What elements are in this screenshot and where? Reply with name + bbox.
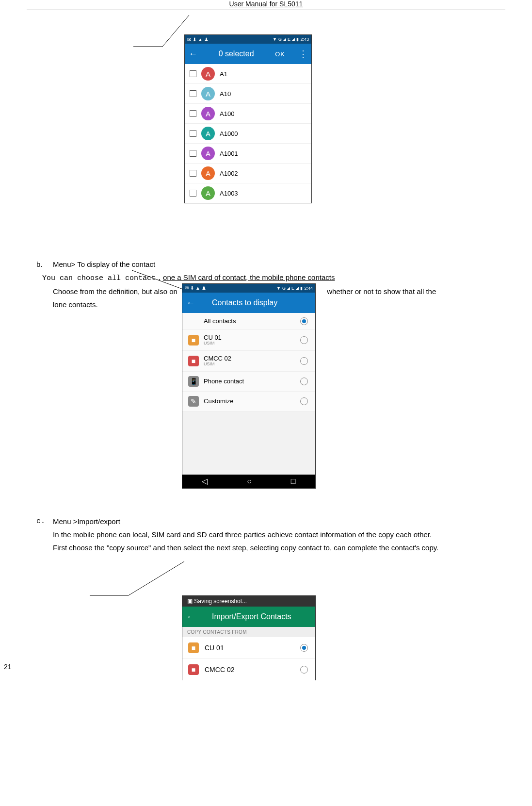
status-time: 2:44 <box>304 284 313 292</box>
contact-name: A1000 <box>220 130 238 137</box>
wifi-icon: ▼ <box>276 284 281 292</box>
contact-name: A10 <box>220 90 231 98</box>
radio-button[interactable] <box>300 378 308 385</box>
contact-avatar: A <box>201 166 215 180</box>
screenshot-icon: ▣ <box>187 598 194 605</box>
display-option-row[interactable]: ■CU 01USIM <box>182 330 315 351</box>
radio-button[interactable] <box>300 357 308 365</box>
battery-icon: ▮ <box>296 37 299 42</box>
warning-icon: ▲ <box>198 37 203 42</box>
contact-name: A1003 <box>220 190 238 197</box>
person-icon: ♟ <box>204 37 209 42</box>
contact-avatar: A <box>201 186 215 200</box>
contact-avatar: A <box>201 87 215 100</box>
source-icon: ■ <box>188 335 199 345</box>
contact-avatar: A <box>201 147 215 160</box>
copy-source-row[interactable]: ■CMCC 02 <box>182 659 315 680</box>
radio-button[interactable] <box>300 644 308 652</box>
back-icon[interactable]: ← <box>186 295 195 311</box>
top-bar: ← 0 selected OK ⋮ <box>185 44 311 64</box>
option-label: CU 01 <box>204 334 300 341</box>
contact-row[interactable]: AA1003 <box>185 183 311 203</box>
section-b: b. Menu> To display of the contact You c… <box>27 258 505 311</box>
download-icon: ⬇ <box>190 284 194 293</box>
radio-button[interactable] <box>300 317 308 325</box>
wifi-icon: ▼ <box>273 37 277 42</box>
top-bar-3: ← Import/Export Contacts <box>182 607 315 627</box>
contact-row[interactable]: AA1 <box>185 64 311 84</box>
checkbox[interactable] <box>190 130 196 137</box>
contact-row[interactable]: AA1001 <box>185 144 311 164</box>
contact-row[interactable]: AA1002 <box>185 164 311 183</box>
figure-1-container: ✉ ⬇ ▲ ♟ ▼ G ◢ E ◢ ▮ 2:43 ← 0 selected OK… <box>27 25 505 219</box>
source-icon: ✎ <box>188 396 199 407</box>
line-b1: You can choose all contact，one a SIM car… <box>42 271 505 285</box>
contact-name: A1 <box>220 70 227 78</box>
contact-avatar: A <box>201 67 215 81</box>
nav-home-icon[interactable]: ○ <box>247 475 252 489</box>
copy-source-list: ■CU 01■CMCC 02 <box>182 637 315 680</box>
status-bar: ✉ ⬇ ▲ ♟ ▼ G ◢ E ◢ ▮ 2:43 <box>185 35 311 44</box>
contact-row[interactable]: AA100 <box>185 104 311 124</box>
copy-source-row[interactable]: ■CU 01 <box>182 637 315 659</box>
display-option-row[interactable]: 📱Phone contact <box>182 372 315 392</box>
screenshot-contacts-select: ✉ ⬇ ▲ ♟ ▼ G ◢ E ◢ ▮ 2:43 ← 0 selected OK… <box>184 34 312 203</box>
source-icon: ■ <box>188 664 199 675</box>
checkbox[interactable] <box>190 110 196 117</box>
display-option-row[interactable]: ✎Customize <box>182 392 315 411</box>
contact-avatar: A <box>201 107 215 120</box>
source-subtitle: USIM <box>204 362 300 367</box>
back-icon[interactable]: ← <box>186 612 195 622</box>
radio-button[interactable] <box>300 397 308 405</box>
page-header: User Manual for SL5011 <box>27 0 505 10</box>
ok-button[interactable]: OK <box>275 50 285 58</box>
display-option-row[interactable]: All contacts <box>182 313 315 330</box>
contact-name: A1001 <box>220 150 238 157</box>
line-c1: In the mobile phone can local, SIM card … <box>53 528 505 541</box>
network-icon: G ◢ E ◢ <box>282 284 299 292</box>
status-right-icons-2: ▼ G ◢ E ◢ ▮ 2:44 <box>276 284 313 292</box>
contact-name: A100 <box>220 110 234 117</box>
source-subtitle: USIM <box>204 341 300 346</box>
contact-row[interactable]: AA10 <box>185 84 311 104</box>
source-icon: ■ <box>188 642 199 653</box>
status-bar-2: ✉ ⬇ ▲ ♟ ▼ G ◢ E ◢ ▮ 2:44 <box>182 284 315 293</box>
contact-row[interactable]: AA1000 <box>185 124 311 144</box>
page-number: 21 <box>4 663 12 671</box>
checkbox[interactable] <box>190 90 196 97</box>
option-label: CMCC 02 <box>204 355 300 362</box>
checkbox[interactable] <box>190 170 196 177</box>
android-nav-bar: ◁ ○ □ <box>182 475 315 488</box>
checkbox[interactable] <box>190 150 196 157</box>
download-icon: ⬇ <box>193 37 196 42</box>
empty-area <box>182 411 315 475</box>
contact-avatar: A <box>201 127 215 140</box>
checkbox[interactable] <box>190 190 196 197</box>
contact-name: A1002 <box>220 170 238 177</box>
screenshot-import-export: ▣ Saving screenshot... ← Import/Export C… <box>182 595 316 680</box>
source-label: CU 01 <box>205 644 300 652</box>
person-icon: ♟ <box>202 284 206 293</box>
line-c2: First choose the "copy source" and then … <box>53 541 505 554</box>
radio-button[interactable] <box>300 666 308 674</box>
checkbox[interactable] <box>190 70 196 77</box>
screenshot-contacts-to-display: ✉ ⬇ ▲ ♟ ▼ G ◢ E ◢ ▮ 2:44 ← Contacts to d… <box>182 283 316 489</box>
nav-recent-icon[interactable]: □ <box>291 475 296 489</box>
overflow-menu-icon[interactable]: ⋮ <box>299 52 307 56</box>
display-option-row[interactable]: ■CMCC 02USIM <box>182 351 315 372</box>
status-right-icons: ▼ G ◢ E ◢ ▮ 2:43 <box>273 37 309 42</box>
option-label: Phone contact <box>204 378 300 385</box>
topbar-title: 0 selected <box>207 49 265 58</box>
network-icon: G ◢ E ◢ <box>278 37 295 42</box>
bullet-c: c. <box>36 515 53 528</box>
nav-back-icon[interactable]: ◁ <box>202 475 208 489</box>
radio-button[interactable] <box>300 336 308 344</box>
source-icon: ■ <box>188 356 199 366</box>
figure-3-container: ▣ Saving screenshot... ← Import/Export C… <box>27 564 505 661</box>
battery-icon: ▮ <box>300 284 303 292</box>
bullet-b: b. <box>36 258 53 271</box>
top-bar-2: ← Contacts to display <box>182 293 315 313</box>
source-icon: 📱 <box>188 376 199 387</box>
status-time: 2:43 <box>300 37 309 42</box>
contacts-list: AA1AA10AA100AA1000AA1001AA1002AA1003 <box>185 64 311 203</box>
